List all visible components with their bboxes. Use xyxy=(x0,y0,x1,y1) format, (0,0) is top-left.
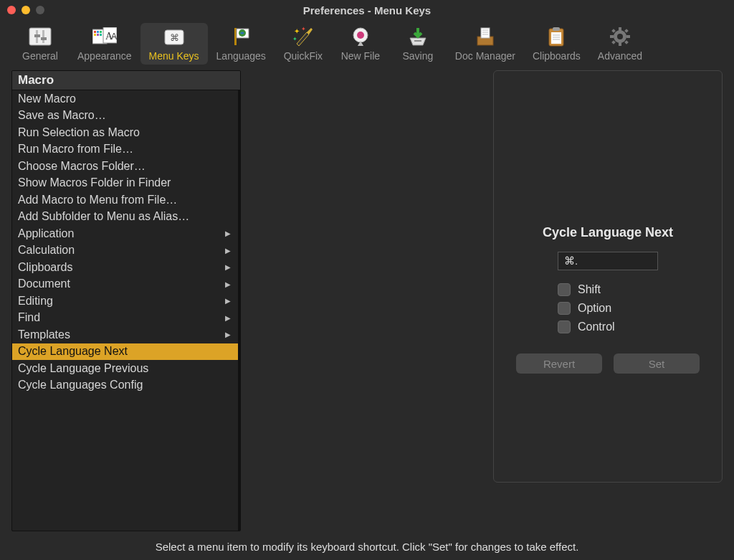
svg-rect-3 xyxy=(34,34,40,37)
button-row: Revert Set xyxy=(516,353,700,374)
menu-list-pane: Macro New MacroSave as Macro…Run Selecti… xyxy=(11,70,241,531)
menu-item[interactable]: Show Macros Folder in Finder xyxy=(12,175,238,192)
menu-item[interactable]: Find xyxy=(12,310,238,327)
shift-checkbox[interactable] xyxy=(558,283,571,296)
option-modifier-row[interactable]: Option xyxy=(558,302,658,315)
svg-rect-42 xyxy=(611,29,616,33)
clipboards-icon xyxy=(543,26,569,47)
detail-pane: Cycle Language Next Shift Option Control… xyxy=(241,70,723,531)
svg-rect-8 xyxy=(100,31,102,33)
tab-doc-manager[interactable]: Doc Manager xyxy=(447,23,524,65)
control-label: Control xyxy=(578,321,615,333)
menu-item-list[interactable]: New MacroSave as Macro…Run Selection as … xyxy=(12,90,240,531)
tab-advanced[interactable]: Advanced xyxy=(589,23,651,65)
svg-point-37 xyxy=(617,34,623,39)
svg-rect-24 xyxy=(414,40,421,42)
titlebar: Preferences - Menu Keys xyxy=(0,0,734,20)
minimize-window-button[interactable] xyxy=(22,6,30,14)
tab-label: QuickFix xyxy=(284,50,323,62)
close-window-button[interactable] xyxy=(7,6,16,14)
general-icon xyxy=(27,26,53,47)
svg-rect-6 xyxy=(94,31,96,33)
menu-item[interactable]: Save as Macro… xyxy=(12,108,238,125)
menu-item[interactable]: Choose Macros Folder… xyxy=(12,158,238,175)
control-checkbox[interactable] xyxy=(558,321,571,333)
tab-clipboards[interactable]: Clipboards xyxy=(524,23,589,65)
window-controls xyxy=(7,6,44,14)
languages-icon xyxy=(228,26,254,47)
tab-appearance[interactable]: AA Appearance xyxy=(69,23,140,65)
svg-point-23 xyxy=(357,32,364,39)
svg-rect-44 xyxy=(611,40,616,44)
menu-item[interactable]: Run Selection as Macro xyxy=(12,124,238,141)
svg-rect-4 xyxy=(41,37,47,40)
menu-item[interactable]: Calculation xyxy=(12,242,238,260)
menu-item-label: Save as Macro… xyxy=(18,109,106,122)
menu-keys-icon: ⌘ xyxy=(161,26,187,47)
menu-item[interactable]: Clipboards xyxy=(12,259,238,276)
saving-icon xyxy=(405,26,431,47)
menu-item-label: Application xyxy=(18,227,74,240)
svg-rect-32 xyxy=(551,32,561,44)
tab-quickfix[interactable]: ✦✦✦ QuickFix xyxy=(275,23,332,65)
tab-languages[interactable]: Languages xyxy=(208,23,275,65)
menu-item-label: New Macro xyxy=(18,92,76,105)
new-file-icon xyxy=(348,26,373,47)
menu-item-label: Add Subfolder to Menu as Alias… xyxy=(18,210,189,223)
tab-new-file[interactable]: New File xyxy=(332,23,389,65)
tab-label: Languages xyxy=(216,50,266,62)
menu-item-label: Cycle Languages Config xyxy=(18,379,143,391)
svg-rect-11 xyxy=(100,34,102,36)
menu-item-label: Run Selection as Macro xyxy=(18,126,140,139)
menu-item[interactable]: Run Macro from File… xyxy=(12,141,238,158)
tab-general[interactable]: General xyxy=(11,23,69,65)
menu-section-header: Macro xyxy=(12,71,240,90)
shift-modifier-row[interactable]: Shift xyxy=(558,283,658,296)
tab-label: Advanced xyxy=(598,50,642,62)
control-modifier-row[interactable]: Control xyxy=(558,321,658,333)
svg-rect-43 xyxy=(624,29,629,33)
menu-item-label: Add Macro to Menu from File… xyxy=(18,194,177,207)
svg-text:✦: ✦ xyxy=(301,27,306,32)
menu-item[interactable]: Editing xyxy=(12,293,238,310)
svg-rect-26 xyxy=(481,28,490,38)
menu-item[interactable]: Document xyxy=(12,276,238,293)
set-button[interactable]: Set xyxy=(614,353,700,374)
menu-item[interactable]: New Macro xyxy=(12,90,238,108)
revert-button[interactable]: Revert xyxy=(516,353,602,374)
menu-item-label: Cycle Language Next xyxy=(18,345,128,358)
svg-rect-40 xyxy=(610,35,614,38)
shortcut-input[interactable] xyxy=(558,252,658,270)
svg-rect-39 xyxy=(619,42,621,46)
menu-item-label: Show Macros Folder in Finder xyxy=(18,176,171,189)
menu-item-label: Calculation xyxy=(18,244,75,257)
quickfix-icon: ✦✦✦ xyxy=(290,26,316,47)
menu-item[interactable]: Cycle Language Next xyxy=(12,343,238,361)
menu-item[interactable]: Templates xyxy=(12,326,238,343)
menu-item[interactable]: Cycle Languages Config xyxy=(12,377,238,394)
svg-rect-2 xyxy=(42,30,44,43)
window-title: Preferences - Menu Keys xyxy=(0,4,734,16)
svg-rect-31 xyxy=(553,27,560,31)
tab-saving[interactable]: Saving xyxy=(389,23,447,65)
zoom-window-button[interactable] xyxy=(36,6,44,14)
menu-item[interactable]: Application xyxy=(12,225,238,242)
option-label: Option xyxy=(578,302,611,315)
tab-label: General xyxy=(22,50,58,62)
svg-rect-38 xyxy=(619,27,621,31)
menu-item-label: Choose Macros Folder… xyxy=(18,160,146,173)
tab-label: Clipboards xyxy=(533,50,581,62)
menu-item-label: Cycle Language Previous xyxy=(18,362,148,375)
option-checkbox[interactable] xyxy=(558,302,571,315)
appearance-icon: AA xyxy=(92,26,118,47)
doc-manager-icon xyxy=(472,26,498,47)
menu-item[interactable]: Add Subfolder to Menu as Alias… xyxy=(12,209,238,226)
tab-label: Menu Keys xyxy=(149,50,199,62)
tab-label: Doc Manager xyxy=(455,50,515,62)
svg-text:✦: ✦ xyxy=(294,27,300,35)
svg-text:A: A xyxy=(111,32,117,42)
tab-menu-keys[interactable]: ⌘ Menu Keys xyxy=(140,23,208,65)
menu-item[interactable]: Cycle Language Previous xyxy=(12,360,238,377)
shortcut-panel: Cycle Language Next Shift Option Control… xyxy=(493,70,723,483)
menu-item[interactable]: Add Macro to Menu from File… xyxy=(12,191,238,209)
